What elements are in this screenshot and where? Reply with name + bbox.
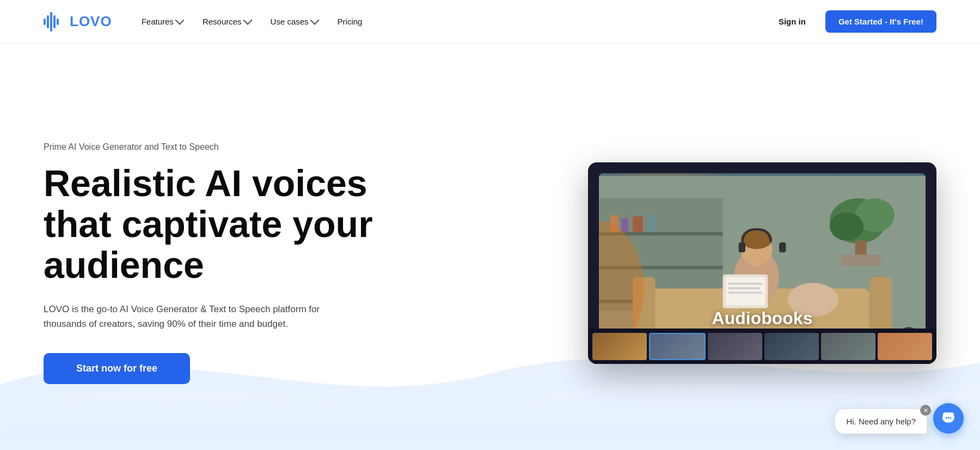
features-chevron-icon <box>175 15 184 25</box>
svg-point-39 <box>950 417 952 419</box>
hero-content: Prime AI Voice Generator and Text to Spe… <box>44 142 381 384</box>
logo-icon <box>44 12 64 32</box>
svg-rect-1 <box>47 15 49 28</box>
hero-section: Prime AI Voice Generator and Text to Spe… <box>0 44 980 450</box>
nav-links: Features Resources Use cases Pricing <box>134 13 370 31</box>
svg-rect-12 <box>633 216 643 232</box>
chat-close-button[interactable]: ✕ <box>920 405 931 416</box>
thumbnail-5[interactable] <box>821 333 875 360</box>
logo-svg <box>44 12 64 32</box>
svg-rect-3 <box>53 15 56 28</box>
svg-rect-30 <box>728 287 759 289</box>
resources-chevron-icon <box>243 15 252 25</box>
video-outer-frame: Audiobooks <box>588 162 936 364</box>
nav-usecases-label: Use cases <box>271 17 309 26</box>
chat-open-button[interactable] <box>933 403 964 434</box>
hero-video: Audiobooks <box>588 162 936 364</box>
thumbnail-6[interactable] <box>878 333 932 360</box>
svg-rect-18 <box>841 254 880 266</box>
video-inner-frame: Audiobooks <box>599 173 926 353</box>
usecases-chevron-icon <box>310 15 319 25</box>
svg-rect-28 <box>726 277 765 306</box>
svg-point-37 <box>946 417 947 419</box>
nav-right: Sign in Get Started - It's Free! <box>770 10 936 33</box>
svg-rect-29 <box>728 283 762 284</box>
svg-point-38 <box>948 417 950 419</box>
svg-rect-4 <box>57 19 59 25</box>
thumbnail-1[interactable] <box>592 333 647 360</box>
hero-description: LOVO is the go-to AI Voice Generator & T… <box>44 302 327 331</box>
video-thumbnail-strip <box>588 329 936 364</box>
svg-rect-0 <box>44 19 46 25</box>
svg-rect-25 <box>739 242 745 253</box>
video-label: Audiobooks <box>712 308 813 329</box>
close-icon: ✕ <box>923 407 928 414</box>
thumbnail-3[interactable] <box>708 333 762 360</box>
get-started-button[interactable]: Get Started - It's Free! <box>825 10 936 33</box>
svg-point-16 <box>830 212 863 241</box>
logo[interactable]: LOVO <box>44 12 112 32</box>
nav-features-label: Features <box>142 17 174 26</box>
nav-resources-label: Resources <box>203 17 242 26</box>
chat-widget: ✕ Hi. Need any help? <box>835 403 964 434</box>
thumbnail-4[interactable] <box>764 333 819 360</box>
nav-link-resources[interactable]: Resources <box>195 13 259 31</box>
svg-rect-31 <box>728 292 762 294</box>
nav-left: LOVO Features Resources Use cases Pricin… <box>44 12 370 32</box>
logo-text: LOVO <box>70 13 112 30</box>
svg-rect-2 <box>50 12 52 32</box>
chat-icon <box>941 411 956 426</box>
navbar: LOVO Features Resources Use cases Pricin… <box>0 0 980 44</box>
svg-rect-21 <box>869 277 892 333</box>
chat-bubble-wrapper: ✕ Hi. Need any help? <box>835 409 927 434</box>
svg-rect-26 <box>779 242 786 253</box>
sign-in-button[interactable]: Sign in <box>770 13 814 31</box>
svg-rect-11 <box>621 218 628 232</box>
nav-link-features[interactable]: Features <box>134 13 191 31</box>
nav-link-usecases[interactable]: Use cases <box>263 13 326 31</box>
thumbnail-2[interactable] <box>649 333 706 360</box>
hero-title: Realistic AI voices that captivate your … <box>44 163 381 285</box>
nav-link-pricing[interactable]: Pricing <box>330 13 370 31</box>
start-now-button[interactable]: Start now for free <box>44 353 190 384</box>
hero-subtitle: Prime AI Voice Generator and Text to Spe… <box>44 142 381 152</box>
video-scene: Audiobooks <box>599 173 926 353</box>
chat-bubble: Hi. Need any help? <box>835 409 927 434</box>
svg-rect-13 <box>650 214 654 232</box>
